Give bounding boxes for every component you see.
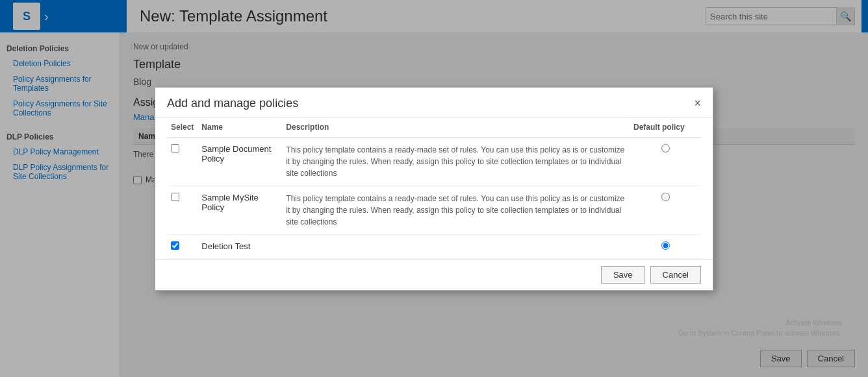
policy-checkbox-cell: [167, 186, 198, 234]
policy-default-cell: [630, 137, 701, 186]
policy-desc-cell: [282, 234, 630, 258]
modal-footer: Save Cancel: [155, 259, 713, 290]
table-row: Deletion Test: [167, 234, 701, 258]
policy-desc-cell: This policy template contains a ready-ma…: [282, 186, 630, 234]
table-row: Sample MySite Policy This policy templat…: [167, 186, 701, 234]
col-header-description: Description: [282, 117, 630, 138]
policy-name-deletion-test: Deletion Test: [201, 241, 250, 251]
table-row: Sample Document Policy This policy templ…: [167, 137, 701, 186]
policy-checkbox-cell: [167, 234, 198, 258]
policy-name-cell: Sample MySite Policy: [198, 186, 282, 234]
policy-desc-sample-document-policy: This policy template contains a ready-ma…: [286, 145, 624, 178]
modal-close-button[interactable]: ×: [694, 97, 701, 109]
policy-default-cell: [630, 234, 701, 258]
policy-checkbox-sample-mysite-policy[interactable]: [171, 193, 179, 201]
policy-default-radio-deletion-test[interactable]: [661, 241, 670, 250]
policies-table: Select Name Description Default policy S…: [167, 117, 701, 259]
policy-name-sample-document-policy: Sample Document Policy: [201, 144, 271, 164]
policy-default-cell: [630, 186, 701, 234]
modal-header: Add and manage policies ×: [155, 88, 713, 117]
policy-checkbox-deletion-test[interactable]: [171, 241, 179, 250]
col-header-select: Select: [167, 117, 198, 138]
modal-save-button[interactable]: Save: [601, 266, 645, 284]
modal-dialog: Add and manage policies × Select Name De…: [155, 87, 713, 291]
policy-default-radio-sample-mysite-policy[interactable]: [661, 193, 670, 201]
policy-checkbox-sample-document-policy[interactable]: [171, 144, 179, 152]
policy-name-cell: Deletion Test: [198, 234, 282, 258]
policy-desc-sample-mysite-policy: This policy template contains a ready-ma…: [286, 194, 624, 226]
policy-name-cell: Sample Document Policy: [198, 137, 282, 186]
modal-cancel-button[interactable]: Cancel: [650, 266, 701, 284]
col-header-default-policy: Default policy: [630, 117, 701, 138]
modal-title: Add and manage policies: [167, 97, 298, 110]
policy-default-radio-sample-document-policy[interactable]: [661, 144, 670, 152]
modal-body: Select Name Description Default policy S…: [155, 117, 713, 259]
policy-name-sample-mysite-policy: Sample MySite Policy: [201, 193, 258, 212]
policy-checkbox-cell: [167, 137, 198, 186]
modal-overlay: Add and manage policies × Select Name De…: [0, 0, 868, 377]
policy-desc-cell: This policy template contains a ready-ma…: [282, 137, 630, 186]
col-header-name: Name: [198, 117, 282, 138]
